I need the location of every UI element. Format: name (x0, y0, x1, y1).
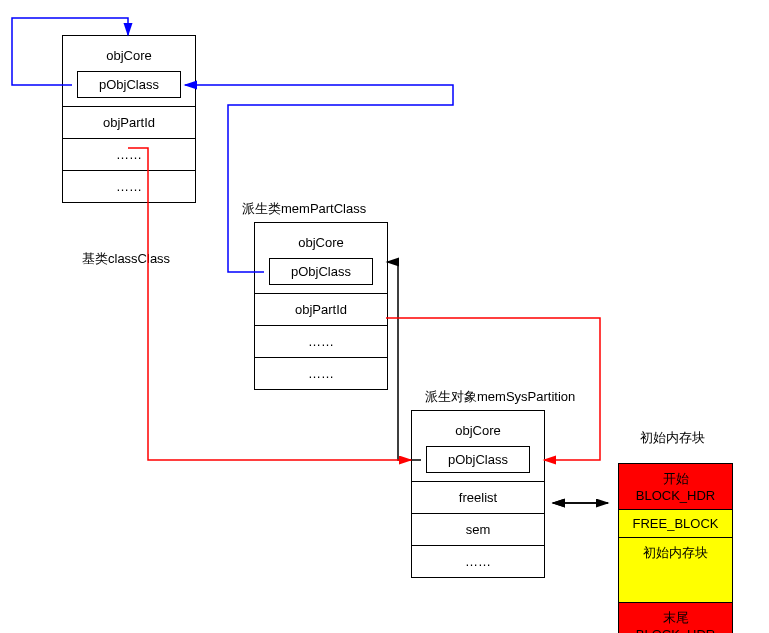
memsys-cell-sem: sem (412, 514, 544, 546)
inner-pobjclass: pObjClass (77, 71, 181, 98)
mempart-cell-objpartid: objPartId (255, 294, 387, 326)
class-cell-objpartid: objPartId (63, 107, 195, 139)
mempart-cell-ellipsis1: …… (255, 326, 387, 358)
mem-init-block: 初始内存块 (619, 538, 732, 603)
class-cell-ellipsis1: …… (63, 139, 195, 171)
label-mempartclass: 派生类memPartClass (242, 200, 366, 218)
inner-pobjclass: pObjClass (269, 258, 373, 285)
memsys-cell-freelist: freelist (412, 482, 544, 514)
memsys-cell-objcore: objCore pObjClass (412, 411, 544, 482)
class-box-memsyspartition: objCore pObjClass freelist sem …… (411, 410, 545, 578)
class-cell-ellipsis2: …… (63, 171, 195, 202)
class-box-classclass: objCore pObjClass objPartId …… …… (62, 35, 196, 203)
inner-pobjclass: pObjClass (426, 446, 530, 473)
label-classclass: 基类classClass (82, 250, 170, 268)
mempart-cell-objcore: objCore pObjClass (255, 223, 387, 294)
label-objcore: objCore (67, 44, 191, 65)
class-cell-objcore: objCore pObjClass (63, 36, 195, 107)
label-objcore: objCore (259, 231, 383, 252)
mempart-cell-ellipsis2: …… (255, 358, 387, 389)
mem-start-hdr: 开始BLOCK_HDR (619, 464, 732, 510)
memsys-cell-ellipsis: …… (412, 546, 544, 577)
label-memblock: 初始内存块 (640, 429, 705, 447)
mem-free-block: FREE_BLOCK (619, 510, 732, 538)
mem-end-hdr: 末尾BLOCK_HDR (619, 603, 732, 633)
label-memsyspartition: 派生对象memSysPartition (425, 388, 575, 406)
label-objcore: objCore (416, 419, 540, 440)
class-box-mempartclass: objCore pObjClass objPartId …… …… (254, 222, 388, 390)
memory-block: 开始BLOCK_HDR FREE_BLOCK 初始内存块 末尾BLOCK_HDR (618, 463, 733, 633)
